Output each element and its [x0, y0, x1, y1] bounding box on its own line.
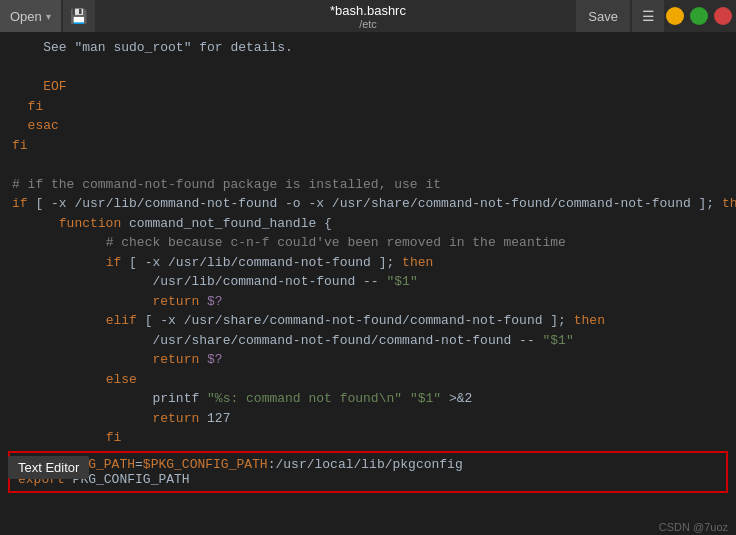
close-button[interactable] — [714, 7, 732, 25]
menu-button[interactable]: ☰ — [632, 0, 664, 32]
titlebar-left: Open ▾ 💾 — [0, 0, 95, 32]
statusbar: CSDN @7uoz — [651, 519, 736, 535]
titlebar: Open ▾ 💾 *bash.bashrc /etc Save ☰ — [0, 0, 736, 32]
status-text: CSDN @7uoz — [659, 521, 728, 533]
chevron-down-icon: ▾ — [46, 11, 51, 22]
titlebar-center: *bash.bashrc /etc — [330, 3, 406, 30]
open-button[interactable]: Open ▾ — [0, 0, 61, 32]
highlighted-code-block[interactable]: PKG_CONFIG_PATH=$PKG_CONFIG_PATH:/usr/lo… — [8, 451, 728, 493]
open-label: Open — [10, 9, 42, 24]
pkg-config-path-ref: $PKG_CONFIG_PATH — [143, 457, 268, 472]
highlight-line-2: export PKG_CONFIG_PATH — [18, 472, 718, 487]
filename-label: *bash.bashrc — [330, 3, 406, 18]
save-button[interactable]: Save — [576, 0, 630, 32]
highlight-line-1: PKG_CONFIG_PATH=$PKG_CONFIG_PATH:/usr/lo… — [18, 457, 718, 472]
tooltip-label: Text Editor — [18, 460, 79, 475]
code-editor[interactable]: See "man sudo_root" for details. EOF fi … — [0, 32, 736, 451]
titlebar-right: Save ☰ — [576, 0, 736, 32]
floppy-icon: 💾 — [70, 8, 87, 24]
text-editor-tooltip: Text Editor — [8, 456, 89, 479]
pkg-config-path-val: :/usr/local/lib/pkgconfig — [268, 457, 463, 472]
minimize-button[interactable] — [666, 7, 684, 25]
save-icon-button[interactable]: 💾 — [63, 0, 95, 32]
maximize-button[interactable] — [690, 7, 708, 25]
hamburger-icon: ☰ — [642, 8, 655, 24]
filepath-label: /etc — [330, 18, 406, 30]
code-content: See "man sudo_root" for details. EOF fi … — [12, 38, 724, 451]
